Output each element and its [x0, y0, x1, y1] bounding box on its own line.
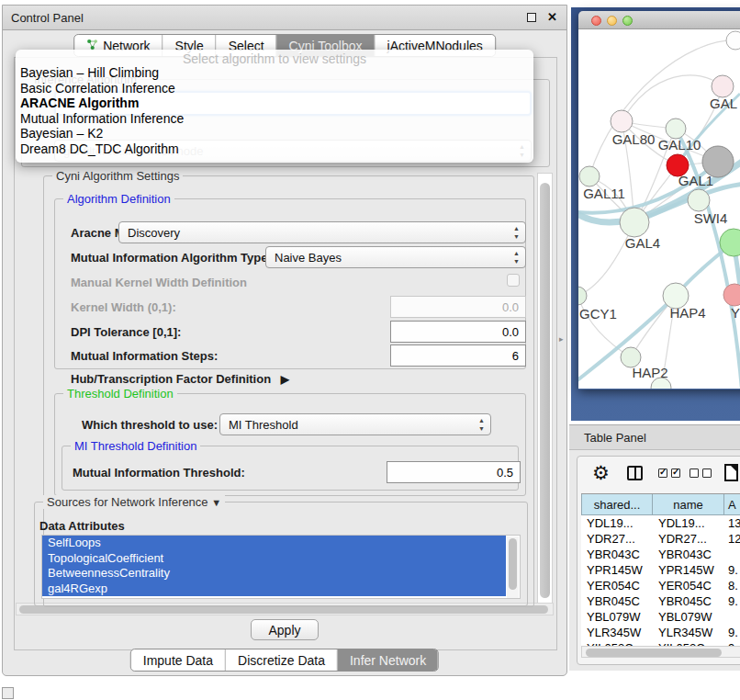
data-attributes-list[interactable]: SelfLoopsTopologicalCoefficientBetweenne…: [41, 535, 521, 599]
mi-steps-label: Mutual Information Steps:: [71, 349, 218, 363]
attribute-item[interactable]: SelfLoops: [42, 536, 506, 551]
stepper-arrows-icon: ▲▼: [513, 249, 520, 265]
table-cell: YLR345W: [581, 625, 653, 640]
table-cell: YDL19...: [653, 515, 724, 531]
table-cell: YDL19...: [581, 515, 653, 531]
algorithm-option[interactable]: ARACNE Algorithm: [16, 96, 533, 111]
select-all-icon[interactable]: [671, 469, 680, 478]
mi-threshold-label: Mutual Information Threshold:: [73, 466, 245, 480]
table-panel: ⚙ shared... name A YDL19...YDL19...13YDR…: [569, 450, 740, 671]
network-node[interactable]: [579, 166, 600, 186]
table-row[interactable]: YBR043CYBR043C: [581, 547, 740, 562]
node-label: GCY1: [579, 306, 617, 322]
column-header[interactable]: A: [724, 494, 740, 515]
table-cell: 8.: [724, 578, 740, 593]
kernel-width-field[interactable]: 0.0: [390, 296, 526, 318]
table-header-row: shared... name A: [581, 494, 740, 515]
sources-title[interactable]: Sources for Network Inference ▼: [43, 495, 225, 509]
network-edge[interactable]: [622, 75, 723, 121]
mi-threshold-definition-title: MI Threshold Definition: [71, 439, 200, 453]
table-cell: YBR045C: [653, 593, 724, 609]
algorithm-option[interactable]: Bayesian – Hill Climbing: [16, 65, 533, 81]
tab-infer-network[interactable]: Infer Network: [338, 649, 438, 671]
hub-definition-toggle[interactable]: Hub/Transcription Factor Definition ▶: [71, 372, 289, 386]
new-table-icon[interactable]: [724, 464, 738, 481]
table-row[interactable]: YER054CYER054C8.: [581, 578, 740, 593]
mi-steps-field[interactable]: 6: [390, 344, 526, 367]
scrollbar-thumb[interactable]: [509, 538, 517, 590]
tab-discretize-data[interactable]: Discretize Data: [226, 649, 338, 671]
algorithm-definition-title: Algorithm Definition: [63, 192, 174, 206]
mi-threshold-field[interactable]: 0.5: [387, 461, 521, 483]
deselect-all-icon[interactable]: [702, 469, 712, 478]
table-panel-title: Table Panel: [584, 431, 646, 445]
float-window-icon[interactable]: [527, 13, 536, 22]
manual-kernel-checkbox[interactable]: [507, 274, 520, 287]
node-label: GAL1: [678, 173, 713, 188]
tab-impute-data[interactable]: Impute Data: [131, 649, 226, 671]
table-row[interactable]: YDL19...YDL19...13: [581, 515, 740, 531]
table-cell: YER054C: [653, 578, 724, 593]
table-row[interactable]: YLR345WYLR345W9.: [581, 625, 740, 640]
algorithm-option[interactable]: Basic Correlation Inference: [16, 81, 533, 96]
network-window-titlebar[interactable]: [578, 11, 740, 29]
node-label: GAL11: [583, 186, 625, 201]
table-cell: YLR345W: [653, 625, 724, 640]
network-node[interactable]: [723, 284, 740, 306]
scrollbar-thumb[interactable]: [540, 183, 550, 598]
node-table[interactable]: shared... name A YDL19...YDL19...13YDR27…: [581, 493, 740, 646]
settings-vertical-scrollbar[interactable]: [537, 173, 553, 612]
cyni-bottom-tabbar: Impute DataDiscretize DataInfer Network: [130, 649, 439, 672]
splitter-collapse-icon[interactable]: ▸: [559, 334, 564, 344]
close-icon[interactable]: ✕: [547, 10, 557, 24]
network-canvas[interactable]: GALGAL80GAL10GAL1GAL11SWI4GAL4GCY1HAP4YH…: [578, 29, 740, 389]
deselect-all-icon[interactable]: [690, 469, 699, 478]
attribute-item[interactable]: gal4RGexp: [42, 581, 506, 597]
network-node[interactable]: [726, 31, 740, 50]
kernel-width-label: Kernel Width (0,1):: [71, 300, 176, 314]
network-graph[interactable]: GALGAL80GAL10GAL1GAL11SWI4GAL4GCY1HAP4YH…: [578, 29, 740, 389]
table-cell: YBR043C: [581, 547, 653, 562]
network-node[interactable]: [611, 110, 633, 132]
corner-widget-icon[interactable]: [2, 687, 14, 699]
node-label: HAP2: [632, 365, 667, 380]
select-all-icon[interactable]: [658, 469, 667, 478]
network-node[interactable]: [712, 75, 734, 97]
network-node[interactable]: [666, 119, 686, 139]
column-header[interactable]: shared...: [581, 494, 653, 515]
network-node[interactable]: [688, 189, 710, 211]
zoom-traffic-light-icon[interactable]: [622, 16, 633, 26]
dpi-tolerance-field[interactable]: 0.0: [390, 321, 526, 343]
network-node[interactable]: [578, 287, 587, 305]
minimize-traffic-light-icon[interactable]: [607, 16, 617, 26]
table-horizontal-scrollbar[interactable]: [581, 646, 740, 658]
mi-type-combobox[interactable]: Naive Bayes ▲▼: [265, 246, 526, 268]
algorithm-option[interactable]: Bayesian – K2: [16, 126, 533, 141]
table-row[interactable]: YBR045CYBR045C9.: [581, 593, 740, 609]
table-row[interactable]: YBL079WYBL079W: [581, 609, 740, 625]
table-row[interactable]: YDR27...YDR27...12: [581, 531, 740, 547]
column-header[interactable]: name: [653, 494, 724, 515]
which-threshold-label: Which threshold to use:: [82, 418, 218, 432]
gear-icon[interactable]: ⚙: [592, 462, 610, 484]
apply-button[interactable]: Apply: [251, 619, 319, 640]
aracne-mode-combobox[interactable]: Discovery ▲▼: [118, 221, 526, 243]
algorithm-option[interactable]: Mutual Information Inference: [16, 111, 533, 127]
table-cell: YBR045C: [581, 593, 653, 609]
network-node[interactable]: [620, 208, 649, 237]
threshold-definition-title: Threshold Definition: [63, 387, 177, 401]
settings-group-title: Cyni Algorithm Settings: [52, 169, 183, 183]
table-cell: YPR145W: [581, 562, 653, 578]
network-view-window: GALGAL80GAL10GAL1GAL11SWI4GAL4GCY1HAP4YH…: [578, 11, 740, 390]
algorithm-option[interactable]: Dream8 DC_TDC Algorithm: [16, 141, 533, 157]
algorithm-dropdown-popup: Select algorithm to view settings Bayesi…: [16, 50, 533, 163]
close-traffic-light-icon[interactable]: [591, 16, 601, 26]
table-row[interactable]: YPR145WYPR145W9.: [581, 562, 740, 578]
columns-icon[interactable]: [627, 466, 643, 480]
which-threshold-combobox[interactable]: MI Threshold ▲▼: [219, 413, 491, 435]
attribute-item[interactable]: BetweennessCentrality: [42, 566, 506, 581]
list-vertical-scrollbar[interactable]: [507, 536, 519, 598]
attribute-item[interactable]: TopologicalCoefficient: [42, 551, 506, 567]
scrollbar-thumb[interactable]: [586, 649, 722, 657]
dpi-tolerance-label: DPI Tolerance [0,1]:: [71, 325, 181, 339]
